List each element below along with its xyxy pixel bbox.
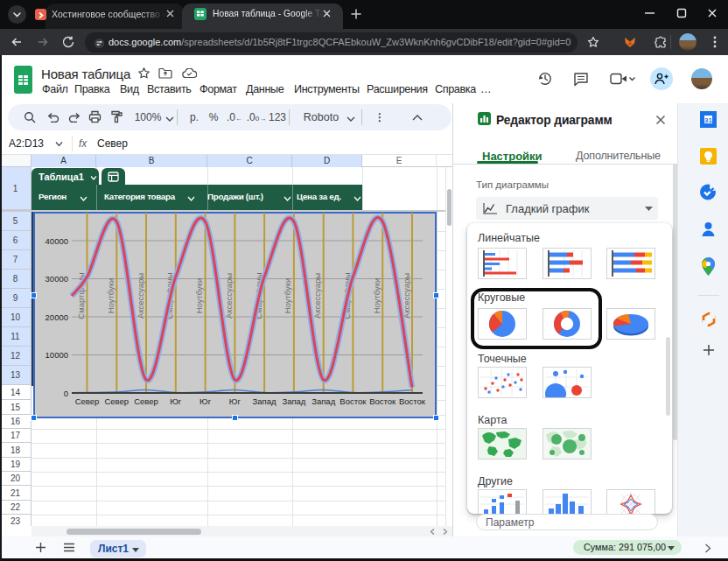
svg-text:Ноутбуки: Ноутбуки bbox=[194, 278, 204, 314]
svg-text:Восток: Восток bbox=[340, 396, 367, 406]
svg-text:Юг: Юг bbox=[229, 396, 242, 406]
svg-text:40000: 40000 bbox=[46, 236, 68, 246]
svg-text:Ноутбуки: Ноутбуки bbox=[283, 278, 292, 314]
svg-text:Восток: Восток bbox=[369, 396, 396, 406]
svg-text:Запад: Запад bbox=[282, 396, 305, 406]
svg-text:31: 31 bbox=[704, 116, 712, 124]
svg-text:Север: Север bbox=[104, 396, 129, 406]
svg-text:20000: 20000 bbox=[46, 312, 68, 322]
svg-text:Аксессуары: Аксессуары bbox=[136, 273, 145, 319]
svg-text:Запад: Запад bbox=[253, 396, 276, 406]
svg-text:Юг: Юг bbox=[200, 396, 212, 406]
svg-text:Запад: Запад bbox=[312, 396, 335, 406]
svg-text:Аксессуары: Аксессуары bbox=[224, 273, 234, 319]
svg-text:Север: Север bbox=[75, 396, 100, 406]
svg-text:Север: Север bbox=[134, 396, 158, 406]
svg-text:Юг: Юг bbox=[170, 396, 182, 406]
svg-text:30000: 30000 bbox=[46, 274, 68, 284]
svg-text:Восток: Восток bbox=[399, 396, 426, 406]
svg-text:Ноутбуки: Ноутбуки bbox=[372, 278, 382, 314]
svg-text:Аксессуары: Аксессуары bbox=[312, 273, 322, 319]
svg-text:0: 0 bbox=[64, 389, 68, 398]
svg-text:10000: 10000 bbox=[46, 350, 68, 360]
svg-text:Ноутбуки: Ноутбуки bbox=[106, 278, 116, 314]
